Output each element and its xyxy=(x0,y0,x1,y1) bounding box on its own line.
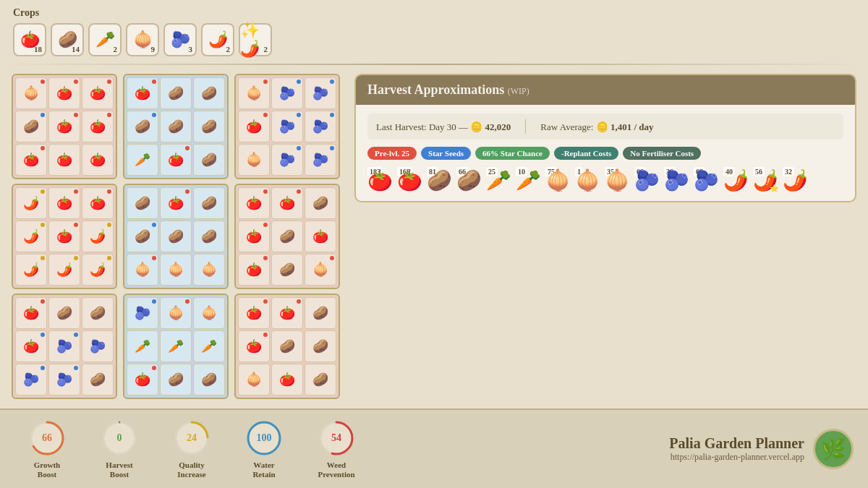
garden-cell: 🥔 xyxy=(305,364,336,395)
garden-cell: 🫐 xyxy=(15,364,47,395)
main-content: 🧅🍅🍅🥔🍅🍅🍅🍅🍅🍅🥔🥔🥔🥔🥔🥕🍅🥔🧅🫐🫐🍅🫐🫐🧅🫐🫐🌶️🍅🍅🌶️🍅🌶️🌶️🌶️… xyxy=(0,67,868,421)
harvest-tag: -Replant Costs xyxy=(554,147,618,160)
garden-cell: 🥔 xyxy=(48,297,80,329)
brand-text: Palia Garden Planner https://palia-garde… xyxy=(669,435,804,463)
garden-cell: 🧅 xyxy=(193,297,225,329)
right-panel: Harvest Approximations (WIP) Last Harves… xyxy=(354,74,856,414)
garden-cell: 🍅 xyxy=(48,111,80,142)
stat-value: 24 xyxy=(172,419,211,458)
garden-cell: 🌶️ xyxy=(48,254,80,286)
stat-ring: 54 xyxy=(317,419,356,458)
garden-cell: 🥔 xyxy=(160,77,192,109)
garden-cell: 🌶️ xyxy=(82,221,114,252)
garden-cell: 🥔 xyxy=(193,187,225,219)
brand-logo: 🌿 xyxy=(813,429,854,469)
harvest-stats: Last Harvest: Day 30 — 🪙 42,020 Raw Aver… xyxy=(367,114,843,140)
garden-cell: 🧅 xyxy=(160,254,192,286)
stat-label: HarvestBoost xyxy=(106,461,132,479)
garden-row: 🍅🥔🥔🍅🫐🫐🫐🫐🥔🫐🧅🧅🥕🥕🥕🍅🥔🥔🍅🍅🥔🍅🥔🥔🧅🍅🥔 xyxy=(12,294,340,399)
garden-cell: 🍅 xyxy=(271,364,303,395)
garden-cell: 🍅 xyxy=(238,111,270,142)
garden-cell: 🫐 xyxy=(82,330,114,362)
garden-cell: 🧅 xyxy=(127,254,158,286)
harvest-item: 10 🥕 xyxy=(516,168,541,192)
harvest-box: Harvest Approximations (WIP) Last Harves… xyxy=(354,74,856,202)
garden-cell: 🫐 xyxy=(305,144,336,176)
stat-label: QualityIncrease xyxy=(177,461,206,479)
harvest-item: 75 🧅 xyxy=(545,168,571,192)
garden-cell: 🍅 xyxy=(48,144,80,176)
crop-icon: 🍅18 xyxy=(13,23,46,56)
raw-avg: Raw Average: 🪙 1,401 / day xyxy=(540,121,653,133)
garden-cell: 🍅 xyxy=(238,187,270,219)
harvest-item: 183 🍅 xyxy=(367,168,393,192)
garden-cell: 🥔 xyxy=(82,297,114,329)
garden-cell: 🍅 xyxy=(160,144,192,176)
garden-plot: 🍅🥔🥔🍅🫐🫐🫐🫐🥔 xyxy=(12,294,117,399)
garden-cell: 🍅 xyxy=(15,330,47,362)
garden-cell: 🍅 xyxy=(48,187,80,219)
harvest-item: 32 🌶️ xyxy=(783,168,808,192)
garden-plot: 🌶️🍅🍅🌶️🍅🌶️🌶️🌶️🌶️ xyxy=(12,184,117,289)
garden-cell: 🍅 xyxy=(82,77,114,109)
crop-icon: 🥕2 xyxy=(88,23,122,56)
garden-cell: 🍅 xyxy=(15,297,47,329)
garden-cell: 🍅 xyxy=(48,77,80,109)
stats-divider xyxy=(525,119,526,134)
garden-cell: 🍅 xyxy=(82,144,114,176)
garden-cell: 🥕 xyxy=(193,330,225,362)
stat-item: 0 HarvestBoost xyxy=(87,419,152,479)
garden-cell: 🍅 xyxy=(127,77,158,109)
garden-cell: 🥔 xyxy=(305,187,336,219)
harvest-item: 81 🥔 xyxy=(427,168,452,192)
garden-plot: 🧅🍅🍅🥔🍅🍅🍅🍅🍅 xyxy=(12,74,117,179)
garden-cell: 🍅 xyxy=(238,330,270,362)
stat-ring: 100 xyxy=(244,419,284,458)
stat-value: 100 xyxy=(244,419,284,458)
last-harvest-label: Last Harvest: Day 30 — 🪙 42,020 xyxy=(376,121,511,133)
crop-icon: ✨🌶️2 xyxy=(239,23,272,56)
stat-value: 66 xyxy=(27,419,67,458)
harvest-wip: (WIP) xyxy=(508,86,529,96)
garden-cell: 🥔 xyxy=(193,144,225,176)
harvest-tag: Star Seeds xyxy=(421,147,471,160)
garden-cell: 🫐 xyxy=(48,330,80,362)
garden-row: 🌶️🍅🍅🌶️🍅🌶️🌶️🌶️🌶️🥔🍅🥔🥔🥔🥔🧅🧅🧅🍅🍅🥔🍅🥔🍅🍅🥔🧅 xyxy=(12,184,340,289)
garden-cell: 🥔 xyxy=(82,364,114,395)
crops-label: Crops xyxy=(13,7,855,19)
garden-cell: 🍅 xyxy=(15,144,47,176)
garden-cell: 🫐 xyxy=(48,364,80,395)
stats-container: 66 GrowthBoost 0 HarvestBoost xyxy=(14,419,369,479)
garden-cell: 🥔 xyxy=(127,187,158,219)
harvest-title: Harvest Approximations xyxy=(367,82,504,97)
crop-icon: 🥔14 xyxy=(51,23,84,56)
harvest-item: 25 🥕 xyxy=(486,168,511,192)
garden-cell: 🧅 xyxy=(15,77,47,109)
garden-cell: 🥔 xyxy=(127,221,158,252)
garden-plot: 🥔🍅🥔🥔🥔🥔🧅🧅🧅 xyxy=(123,184,229,289)
harvest-tag: 66% Star Chance xyxy=(475,147,550,160)
stat-item: 100 WaterRetain xyxy=(231,419,297,479)
garden-cell: 🥔 xyxy=(15,111,47,142)
harvest-item: 36 🫐 xyxy=(664,168,689,192)
brand-url: https://palia-garden-planner.vercel.app xyxy=(669,452,804,463)
garden-cell: 🥔 xyxy=(160,364,192,395)
harvest-item: 1 🧅 xyxy=(575,168,600,192)
garden-cell: 🌶️ xyxy=(15,187,47,219)
harvest-item: 35 🧅 xyxy=(605,168,630,192)
garden-cell: 🧅 xyxy=(160,297,192,329)
garden-cell: 🥔 xyxy=(271,330,303,362)
stat-ring: 66 xyxy=(27,419,67,458)
stat-item: 24 QualityIncrease xyxy=(159,419,224,479)
garden-cell: 🧅 xyxy=(193,254,225,286)
stat-label: WaterRetain xyxy=(252,461,275,479)
stat-label: GrowthBoost xyxy=(34,461,60,479)
garden-cell: 🍅 xyxy=(127,364,158,395)
garden-cell: 🥔 xyxy=(193,364,225,395)
stat-item: 54 WeedPrevention xyxy=(304,419,369,479)
garden-cell: 🥔 xyxy=(127,111,158,142)
garden-cell: 🧅 xyxy=(238,144,270,176)
garden-cell: 🫐 xyxy=(271,144,303,176)
stat-value: 54 xyxy=(317,419,356,458)
garden-cell: 🥕 xyxy=(127,330,158,362)
